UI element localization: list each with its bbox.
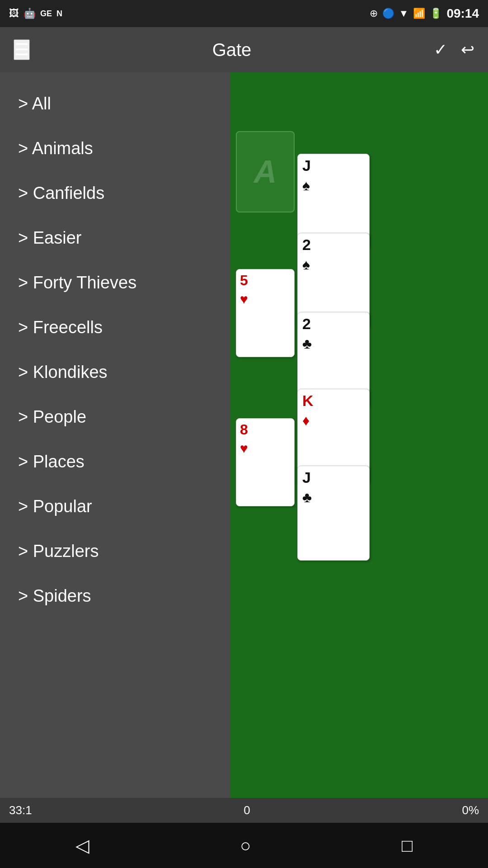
menu-item-people[interactable]: > People [0,395,230,439]
menu-item-forty-thieves[interactable]: > Forty Thieves [0,260,230,305]
game-area[interactable]: A J ♠ 5 ♥ 2 ♠ 2 ♣ K ♦ 8 ♥ [230,72,488,798]
bottom-nav: ◁ ○ □ [0,823,488,868]
menu-button[interactable]: ☰ [14,39,30,60]
battery-icon: 🔋 [430,8,442,19]
percent-text: 0% [462,803,479,817]
menu-item-canfields[interactable]: > Canfields [0,171,230,216]
card-j-clubs[interactable]: J ♣ [297,466,370,561]
ge-icon: GE [40,9,52,19]
menu-item-klondikes[interactable]: > Klondikes [0,350,230,395]
menu-panel: > All > Animals > Canfields > Easier > F… [0,72,230,798]
status-icons-left: 🖼 🤖 GE N [9,8,62,19]
photo-icon: 🖼 [9,8,19,19]
score-text: 0 [244,803,250,817]
card-8-hearts[interactable]: 8 ♥ [236,418,295,506]
circle-plus-icon: ⊕ [370,8,378,19]
home-button[interactable]: ○ [222,831,269,860]
menu-item-easier[interactable]: > Easier [0,216,230,260]
check-button[interactable]: ✓ [434,40,447,59]
toolbar-title: Gate [212,40,252,60]
menu-item-freecells[interactable]: > Freecells [0,305,230,350]
undo-button[interactable]: ↩ [461,40,474,59]
toolbar-left: ☰ [14,39,30,60]
menu-item-all[interactable]: > All [0,81,230,126]
menu-item-puzzlers[interactable]: > Puzzlers [0,529,230,574]
toolbar: ☰ Gate ✓ ↩ [0,27,488,72]
menu-item-spiders[interactable]: > Spiders [0,574,230,618]
menu-item-places[interactable]: > Places [0,439,230,484]
status-time: 09:14 [446,6,479,21]
card-placeholder-1: A [236,131,295,212]
status-bar: 🖼 🤖 GE N ⊕ 🔵 ▼ 📶 🔋 09:14 [0,0,488,27]
back-button[interactable]: ◁ [57,830,108,860]
toolbar-right: ✓ ↩ [434,40,474,59]
bluetooth-icon: 🔵 [382,8,394,19]
recents-button[interactable]: □ [384,831,431,860]
status-icons-right: ⊕ 🔵 ▼ 📶 🔋 09:14 [370,6,479,21]
menu-item-animals[interactable]: > Animals [0,126,230,171]
n-icon: N [56,9,62,19]
card-5-hearts[interactable]: 5 ♥ [236,269,295,357]
ratio-text: 33:1 [9,803,32,817]
signal-icon: 📶 [413,8,425,19]
wifi-icon: ▼ [399,8,409,19]
android-icon: 🤖 [23,8,36,19]
main-content: > All > Animals > Canfields > Easier > F… [0,72,488,798]
menu-item-popular[interactable]: > Popular [0,484,230,529]
game-status-bar: 33:1 0 0% [0,798,488,823]
